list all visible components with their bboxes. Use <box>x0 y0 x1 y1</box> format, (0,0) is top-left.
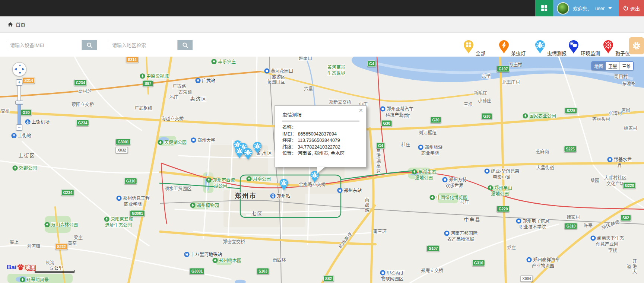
top-navbar: 欢迎您， user 退出 <box>0 0 644 16</box>
welcome-text: 欢迎您， <box>573 5 592 12</box>
filter-杀虫灯[interactable]: 杀虫灯 <box>498 40 510 54</box>
breadcrumb-home[interactable]: 首页 <box>16 21 25 28</box>
baidu-logo-text: Bai <box>7 264 16 271</box>
popup-field: 经度： 113.7366503844079 <box>282 137 359 144</box>
popup-field: 位置： 河南省, 郑州市, 金水区 <box>282 150 359 157</box>
logout-button[interactable]: 退出 <box>619 0 644 16</box>
filter-label: 环境监测 <box>581 50 600 57</box>
imei-search-input[interactable] <box>7 40 82 50</box>
region-search-button[interactable] <box>178 40 193 50</box>
popup-field: IMEI： 865650042837894 <box>282 131 359 138</box>
breadcrumb: 首页 <box>0 16 644 33</box>
pan-up-icon[interactable]: ▲ <box>18 64 22 67</box>
zoom-slider-handle[interactable]: = <box>15 101 23 105</box>
device-info-popup: × 虫情测报 名称：IMEI： 865650042837894经度： 113.7… <box>275 105 367 167</box>
popup-fields: 名称：IMEI： 865650042837894经度： 113.73665038… <box>282 124 359 157</box>
map-type-地图[interactable]: 地图 <box>592 62 606 70</box>
apps-button[interactable] <box>535 0 553 16</box>
map-type-卫星[interactable]: 卫星 <box>606 62 619 70</box>
bug-pin-icon <box>243 148 253 160</box>
zoom-out-button[interactable]: − <box>16 124 22 131</box>
device-marker[interactable] <box>279 178 289 191</box>
map-pan-control[interactable]: ▲ ▼ ◀ ▶ <box>12 62 26 76</box>
popup-divider <box>282 121 359 121</box>
filter-孢子仪[interactable]: 孢子仪 <box>603 40 614 54</box>
search-icon <box>86 42 93 48</box>
filter-label: 杀虫灯 <box>511 50 526 57</box>
map-type-三维[interactable]: 三维 <box>619 62 633 70</box>
bug-pin-icon <box>253 142 262 154</box>
baidu-logo: Bai 地图 <box>7 262 35 273</box>
bolt-pin-icon <box>498 40 510 54</box>
bug-pin-icon <box>279 178 289 191</box>
filter-全部[interactable]: 全部 <box>463 40 474 54</box>
avatar <box>557 2 569 15</box>
chevron-down-icon <box>608 7 612 9</box>
filter-虫情测报[interactable]: 虫情测报 <box>534 40 546 54</box>
logout-label: 退出 <box>630 5 640 12</box>
page: 欢迎您， user 退出 首页 全部杀虫灯虫情测报环境监测孢子仪 <box>0 0 644 283</box>
close-icon[interactable]: × <box>359 107 363 114</box>
pan-down-icon[interactable]: ▼ <box>18 71 22 75</box>
gear-icon <box>632 41 641 50</box>
navbar-right-group: 欢迎您， user 退出 <box>535 0 644 16</box>
settings-button[interactable] <box>629 37 644 54</box>
grid-pin-icon <box>463 40 474 54</box>
filter-label: 孢子仪 <box>615 50 630 57</box>
filter-label: 全部 <box>476 50 485 57</box>
imei-search-button[interactable] <box>82 40 97 50</box>
pan-right-icon[interactable]: ▶ <box>22 67 25 71</box>
grid-icon <box>541 5 548 12</box>
toolbar: 全部杀虫灯虫情测报环境监测孢子仪 <box>0 33 644 57</box>
zoom-slider-track[interactable] <box>18 86 21 124</box>
bug-pin-icon <box>534 40 546 54</box>
home-icon <box>7 22 13 27</box>
search-icon <box>182 42 188 48</box>
weather-pin-icon <box>568 40 579 54</box>
spore-pin-icon <box>603 40 614 54</box>
popup-title: 虫情测报 <box>282 111 359 118</box>
baidu-logo-map-text: 地图 <box>25 264 35 271</box>
zoom-in-button[interactable]: + <box>16 79 22 86</box>
user-menu[interactable]: 欢迎您， user <box>553 0 619 16</box>
popup-field: 名称： <box>282 124 359 131</box>
map-scale-bar <box>35 270 74 273</box>
pan-left-icon[interactable]: ◀ <box>14 67 17 71</box>
baidu-paw-icon <box>17 264 24 271</box>
device-marker[interactable] <box>243 148 253 160</box>
device-marker[interactable] <box>253 142 262 154</box>
region-search-input[interactable] <box>109 40 178 50</box>
map-canvas[interactable]: 赵南口万庄村司口村北王庄村新毛庄东漳乡六堡六堡古荥镇冯庄高村乡小庄鲁庄三坝小孙庄… <box>0 57 644 283</box>
power-icon <box>623 6 628 11</box>
map-type-control: 地图卫星三维 <box>591 61 634 70</box>
popup-field: 纬度： 34.77822410322782 <box>282 144 359 151</box>
username: user <box>595 6 605 11</box>
filter-label: 虫情测报 <box>547 50 567 57</box>
filter-环境监测[interactable]: 环境监测 <box>568 40 579 54</box>
